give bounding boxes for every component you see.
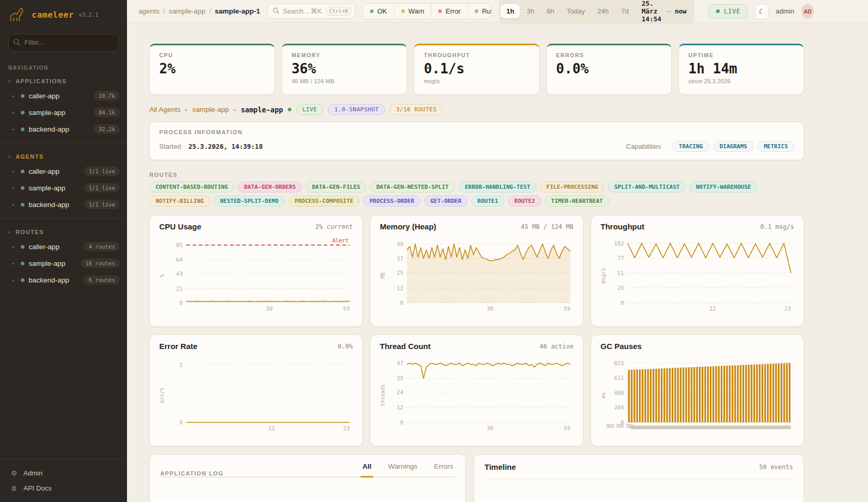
sidebar-item-backend-app[interactable]: ▸backend-app32.2k	[0, 121, 127, 137]
capabilities: Capabilities TRACINGDIAGRAMSMETRICS	[626, 141, 794, 152]
stat-label: ERRORS	[556, 52, 662, 58]
status-filter-warn[interactable]: Warn	[394, 4, 431, 19]
stat-label: UPTIME	[688, 52, 794, 58]
sidebar-item-sample-app[interactable]: ▸sample-app1/1 live	[0, 179, 127, 196]
chevron-right-icon: ▸	[12, 261, 17, 266]
agent-link-sample-app[interactable]: sample-app	[193, 106, 229, 113]
route-chip-data-gen-orders[interactable]: DATA-GEN-ORDERS	[238, 182, 302, 192]
route-chip-process-order[interactable]: PROCESS-ORDER	[363, 196, 420, 207]
live-dot-icon	[716, 9, 720, 13]
y-tick-label: 64	[176, 256, 183, 263]
date-separator: —	[667, 7, 671, 15]
sidebar-item-caller-app[interactable]: ▸caller-app1/1 live	[0, 163, 127, 179]
breadcrumb-link[interactable]: sample-app	[169, 7, 206, 15]
route-chip-split-and-multicast[interactable]: SPLIT-AND-MULTICAST	[608, 182, 686, 192]
chart-card-gc: GC Pausesms81561140820402026 2026 2026	[591, 334, 804, 446]
time-range-6h[interactable]: 6h	[541, 4, 560, 18]
time-range-3h[interactable]: 3h	[521, 4, 540, 18]
sidebar-item-sample-app[interactable]: ▸sample-app84.1k	[0, 104, 127, 121]
sidebar-item-label: caller-app	[29, 168, 80, 175]
sidebar-item-sample-app[interactable]: ▸sample-app16 routes	[0, 255, 127, 272]
status-dot-icon	[21, 186, 24, 190]
y-tick-label: 43	[176, 271, 183, 277]
time-range-1h[interactable]: 1h	[501, 4, 520, 18]
sidebar-section-agents[interactable]: ▾AGENTS	[0, 148, 127, 163]
log-tab-all[interactable]: All	[361, 462, 373, 478]
breadcrumb: agents/sample-app/sample-app-1	[138, 7, 260, 15]
live-badge[interactable]: LIVE	[709, 4, 748, 19]
status-filter-error[interactable]: Error	[431, 4, 467, 19]
chart-title: Memory (Heap)	[380, 222, 436, 231]
sidebar-item-badge: 4 routes	[84, 242, 120, 251]
stat-subtext: since 25.3.2026	[688, 78, 794, 84]
x-tick-label: 23	[784, 305, 791, 312]
sidebar-item-label: backend-app	[29, 276, 80, 284]
current-agent-name: sample-app	[241, 106, 283, 114]
breadcrumb-link[interactable]: agents	[138, 7, 160, 15]
route-chip-notify-billing[interactable]: NOTIFY-BILLING	[149, 196, 210, 207]
y-tick-label: 12	[397, 404, 403, 410]
route-chip-route2[interactable]: ROUTE2	[508, 196, 541, 207]
y-tick-label: 49	[397, 241, 403, 247]
chart-title: GC Pauses	[601, 342, 642, 351]
time-range-24h[interactable]: 24h	[592, 4, 615, 18]
log-tab-errors[interactable]: Errors	[432, 462, 455, 477]
sidebar-item-backend-app[interactable]: ▸backend-app1/1 live	[0, 196, 127, 213]
y-axis-label: MB	[380, 239, 387, 312]
status-dot-icon	[438, 9, 442, 13]
chart-scrollbar[interactable]	[630, 426, 791, 429]
y-tick-label: 35	[397, 375, 403, 381]
routes-section: ROUTES CONTENT-BASED-ROUTINGDATA-GEN-ORD…	[149, 172, 804, 207]
route-chip-notify-warehouse[interactable]: NOTIFY-WAREHOUSE	[690, 182, 757, 192]
stat-label: MEMORY	[291, 52, 397, 58]
routes-label: ROUTES	[149, 172, 804, 178]
route-chip-process-composite[interactable]: PROCESS-COMPOSITE	[288, 196, 360, 207]
sidebar-item-backend-app[interactable]: ▸backend-app6 routes	[0, 272, 127, 288]
sidebar-footer: ⚙Admin≣API Docs	[0, 459, 127, 502]
sidebar-item-caller-app[interactable]: ▸caller-app10.7k	[0, 87, 127, 104]
x-tick-label: 12	[268, 425, 275, 431]
theme-toggle-button[interactable]: ☾	[755, 4, 769, 19]
route-chip-file-processing[interactable]: FILE-PROCESSING	[540, 182, 604, 192]
chart-canvas	[407, 240, 570, 303]
time-range-today[interactable]: Today	[561, 4, 591, 18]
search-input[interactable]	[283, 8, 323, 15]
time-range-dates[interactable]: 25. März 14:54—now	[635, 0, 693, 23]
footer-item-admin[interactable]: ⚙Admin	[8, 466, 119, 481]
sidebar-item-caller-app[interactable]: ▸caller-app4 routes	[0, 238, 127, 255]
filter-input[interactable]	[8, 34, 119, 52]
y-tick-label: 1	[180, 362, 183, 368]
route-chip-data-gen-nested-split[interactable]: DATA-GEN-NESTED-SPLIT	[370, 182, 455, 192]
avatar[interactable]: AD	[801, 4, 814, 19]
agent-link-all-agents[interactable]: All Agents	[149, 106, 181, 113]
route-chip-timer-heartbeat[interactable]: TIMER-HEARTBEAT	[545, 196, 609, 207]
app-logo[interactable]: cameleer v3.2.1	[0, 0, 127, 28]
route-chip-data-gen-files[interactable]: DATA-GEN-FILES	[305, 182, 366, 192]
sidebar-item-badge: 84.1k	[94, 108, 120, 117]
camel-icon	[8, 7, 27, 22]
route-chip-content-based-routing[interactable]: CONTENT-BASED-ROUTING	[149, 182, 234, 192]
y-tick-label: 0	[180, 419, 183, 426]
status-filter-running[interactable]: Running	[467, 4, 492, 19]
stat-value: 36%	[291, 61, 397, 76]
chevron-right-icon: ▸	[12, 169, 17, 174]
chart-current-value: 0.0%	[338, 343, 353, 350]
route-chip-route1[interactable]: ROUTE1	[471, 196, 505, 207]
sidebar-section-applications[interactable]: ▾APPLICATIONS	[0, 73, 127, 87]
route-chip-nested-split-demo[interactable]: NESTED-SPLIT-DEMO	[214, 196, 285, 207]
sidebar-section-routes[interactable]: ▾ROUTES	[0, 224, 127, 238]
stat-value: 0.0%	[556, 61, 662, 76]
status-filter-ok[interactable]: OK	[363, 4, 394, 19]
route-chip-get-order[interactable]: GET-ORDER	[424, 196, 468, 207]
time-range-7d[interactable]: 7d	[616, 4, 634, 18]
status-filter-label: Error	[445, 7, 461, 15]
footer-item-api-docs[interactable]: ≣API Docs	[8, 481, 119, 496]
chevron-right-icon: ▸	[12, 202, 17, 207]
route-chip-error-handling-test[interactable]: ERROR-HANDLING-TEST	[458, 182, 537, 192]
search-box[interactable]: Ctrl+K	[267, 4, 355, 19]
chevron-right-icon: ▸	[12, 244, 17, 249]
chart-card-throughput: Throughput0.1 msg/smsg/s10277512601223	[591, 215, 804, 327]
breadcrumb-separator: /	[209, 7, 211, 15]
log-tab-warnings[interactable]: Warnings	[387, 462, 419, 477]
chart-plot-error: 101223	[186, 360, 350, 422]
